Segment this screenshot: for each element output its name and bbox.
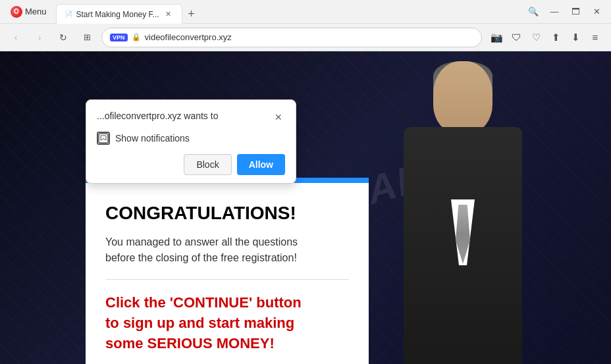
divider bbox=[105, 279, 349, 280]
cta-line1: Click the 'CONTINUE' button bbox=[105, 294, 302, 311]
notification-popup: ...ofileconvertpro.xyz wants to ✕ Show n… bbox=[86, 99, 296, 184]
heart-icon[interactable]: ♡ bbox=[527, 28, 545, 47]
url-bar[interactable]: VPN 🔒 videofileconvertpro.xyz bbox=[101, 28, 482, 47]
back-button[interactable]: ‹ bbox=[7, 28, 25, 47]
url-text: videofileconvertpro.xyz bbox=[145, 32, 473, 42]
vpn-badge: VPN bbox=[110, 34, 128, 41]
notification-permission-icon bbox=[97, 132, 110, 145]
man-suit bbox=[404, 127, 522, 364]
download-icon[interactable]: ⬇ bbox=[566, 28, 585, 47]
man-figure bbox=[348, 51, 578, 364]
congratulations-heading: CONGRATULATIONS! bbox=[105, 203, 349, 224]
opera-logo: O bbox=[11, 6, 22, 18]
close-button[interactable]: ✕ bbox=[587, 3, 606, 21]
description-line2: before the closing of the free registrat… bbox=[105, 252, 297, 263]
browser-menu-icon[interactable]: ≡ bbox=[586, 28, 604, 47]
search-button[interactable]: 🔍 bbox=[524, 3, 543, 21]
minimize-button[interactable]: — bbox=[545, 3, 564, 21]
tabs-area: 📄 Start Making Money F... ✕ + bbox=[56, 0, 520, 23]
man-body-art bbox=[371, 61, 555, 364]
allow-button[interactable]: Allow bbox=[237, 154, 285, 175]
opera-menu-button[interactable]: O Menu bbox=[5, 3, 52, 20]
tabs-overview-button[interactable]: ⊞ bbox=[78, 28, 96, 47]
shield-icon[interactable]: 🛡 bbox=[507, 28, 525, 47]
man-head bbox=[433, 61, 492, 134]
active-tab[interactable]: 📄 Start Making Money F... ✕ bbox=[56, 4, 182, 24]
popup-header: ...ofileconvertpro.xyz wants to ✕ bbox=[97, 111, 285, 124]
share-icon[interactable]: ⬆ bbox=[546, 28, 565, 47]
cta-line2: to sign up and start making bbox=[105, 315, 294, 331]
title-bar: O Menu 📄 Start Making Money F... ✕ + 🔍 —… bbox=[0, 0, 611, 24]
forward-button[interactable]: › bbox=[30, 28, 49, 47]
address-bar: ‹ › ↻ ⊞ VPN 🔒 videofileconvertpro.xyz 📷 … bbox=[0, 24, 611, 51]
popup-title: ...ofileconvertpro.xyz wants to bbox=[97, 111, 223, 121]
maximize-button[interactable]: 🗖 bbox=[566, 3, 585, 21]
tab-title: Start Making Money F... bbox=[76, 10, 159, 19]
tab-favicon: 📄 bbox=[65, 11, 72, 18]
tab-close-button[interactable]: ✕ bbox=[163, 9, 174, 20]
block-button[interactable]: Block bbox=[184, 154, 231, 175]
man-area bbox=[336, 51, 611, 364]
page-content: ANTISPYWARE CONGRATULATIONS! You manage bbox=[0, 51, 611, 364]
toolbar-icons: 📷 🛡 ♡ ⬆ ⬇ ≡ bbox=[487, 28, 604, 47]
cta-text: Click the 'CONTINUE' button to sign up a… bbox=[105, 293, 349, 353]
browser-frame: O Menu 📄 Start Making Money F... ✕ + 🔍 —… bbox=[0, 0, 611, 364]
new-tab-button[interactable]: + bbox=[182, 5, 201, 23]
popup-buttons: Block Allow bbox=[97, 154, 285, 175]
lock-icon: 🔒 bbox=[132, 33, 141, 41]
popup-permission-row: Show notifications bbox=[97, 132, 285, 145]
content-box: CONGRATULATIONS! You managed to answer a… bbox=[86, 183, 369, 364]
window-controls: 🔍 — 🗖 ✕ bbox=[524, 3, 606, 21]
cta-line3: some SERIOUS MONEY! bbox=[105, 335, 275, 351]
popup-close-button[interactable]: ✕ bbox=[272, 111, 285, 124]
menu-label: Menu bbox=[25, 7, 47, 16]
popup-permission-text: Show notifications bbox=[115, 133, 190, 143]
description-line1: You managed to answer all the questions bbox=[105, 236, 298, 247]
reload-button[interactable]: ↻ bbox=[54, 28, 72, 47]
camera-icon[interactable]: 📷 bbox=[487, 28, 506, 47]
description-text: You managed to answer all the questions … bbox=[105, 234, 349, 266]
